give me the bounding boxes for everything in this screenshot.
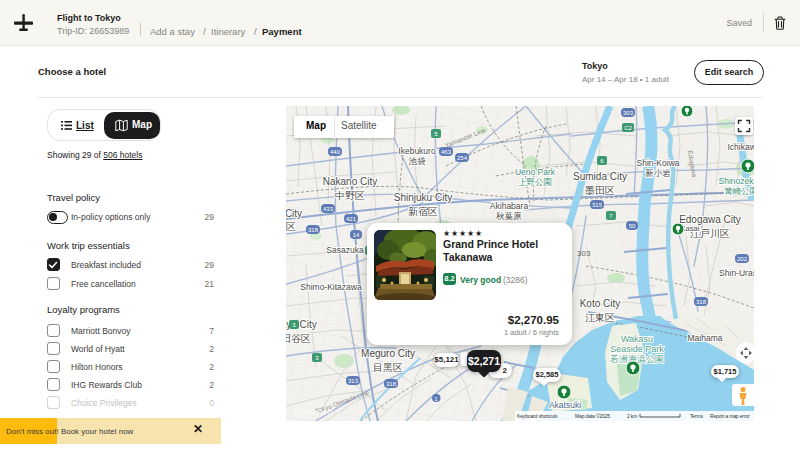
svg-text:1: 1 — [434, 396, 437, 402]
svg-text:303: 303 — [577, 249, 591, 258]
svg-text:Ikebukuro: Ikebukuro — [398, 146, 436, 156]
svg-text:Akihabara: Akihabara — [490, 201, 529, 211]
svg-text:Sasazuka: Sasazuka — [326, 245, 364, 255]
svg-text:Shin-Uras: Shin-Uras — [719, 268, 754, 278]
svg-text:Google: Google — [294, 405, 333, 417]
svg-text:田谷区: 田谷区 — [286, 333, 311, 344]
svg-text:目黑区: 目黑区 — [373, 362, 403, 373]
svg-text:池袋: 池袋 — [409, 156, 427, 166]
svg-text:Map data ©2025: Map data ©2025 — [575, 413, 610, 419]
svg-text:区: 区 — [286, 221, 296, 232]
svg-text:Ichikawa: Ichikawa — [727, 142, 754, 152]
svg-text:433: 433 — [323, 206, 334, 212]
svg-text:Meguro City: Meguro City — [361, 348, 415, 359]
svg-text:Sumida City: Sumida City — [573, 171, 627, 182]
svg-text:315: 315 — [592, 202, 603, 208]
svg-text:318: 318 — [308, 227, 319, 233]
svg-text:303: 303 — [623, 110, 634, 116]
svg-text:421: 421 — [346, 216, 357, 222]
svg-text:Shinozeki P: Shinozeki P — [719, 176, 754, 186]
svg-text:313: 313 — [348, 378, 359, 384]
svg-text:C2: C2 — [624, 125, 632, 131]
svg-text:Keyboard shortcuts: Keyboard shortcuts — [517, 413, 558, 419]
svg-text:Shin-Koiwa: Shin-Koiwa — [637, 158, 680, 168]
svg-text:Seaside Park: Seaside Park — [610, 344, 664, 354]
svg-text:秋葉原: 秋葉原 — [495, 211, 522, 221]
svg-text:Report a map error: Report a map error — [710, 413, 750, 419]
svg-text:Koto City: Koto City — [580, 298, 621, 309]
svg-text:新宿区: 新宿区 — [408, 206, 438, 217]
svg-text:上野公園: 上野公園 — [518, 177, 552, 187]
svg-text:50: 50 — [629, 223, 636, 229]
svg-text:新小岩: 新小岩 — [645, 168, 671, 178]
svg-text:墨田区: 墨田区 — [584, 185, 615, 196]
svg-text:14: 14 — [353, 232, 360, 238]
svg-text:Wakasu: Wakasu — [621, 334, 653, 344]
svg-text:Maihama: Maihama — [688, 333, 723, 343]
svg-text:463: 463 — [441, 149, 452, 155]
svg-text:Nakano City: Nakano City — [323, 176, 377, 187]
svg-text:篝崎公園: 篝崎公園 — [724, 186, 754, 196]
svg-text:Shimo-Kitazawa: Shimo-Kitazawa — [300, 282, 362, 292]
svg-text:318: 318 — [386, 381, 397, 387]
svg-text:202: 202 — [737, 256, 748, 262]
svg-text:中野区: 中野区 — [335, 190, 365, 201]
svg-text:318: 318 — [696, 299, 707, 305]
svg-text:440: 440 — [330, 149, 341, 155]
svg-text:Ueno Park: Ueno Park — [515, 167, 556, 177]
svg-text:2 km: 2 km — [627, 413, 637, 419]
svg-text:Shinjuku City: Shinjuku City — [394, 192, 452, 203]
svg-text:Terms: Terms — [690, 413, 704, 419]
svg-text:i City: i City — [286, 208, 302, 219]
svg-text:Akatsuki: Akatsuki — [549, 400, 581, 410]
svg-text:254: 254 — [457, 155, 468, 161]
svg-text:江東区: 江東区 — [585, 312, 615, 323]
